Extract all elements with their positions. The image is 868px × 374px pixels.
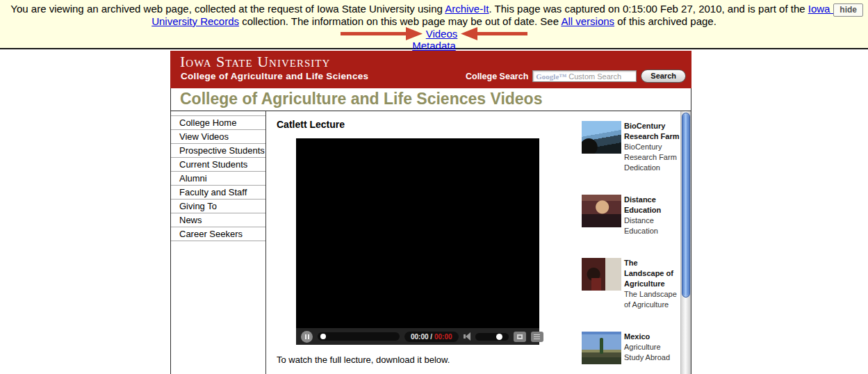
banner-text-4: of this archived page. [614,15,716,27]
video-player: 00:00 / 00:00 [296,138,539,345]
red-arrow-left-icon [461,26,527,41]
google-watermark: Google™ [536,72,566,81]
banner-text-3: collection. The information on this web … [239,15,561,27]
nav-item-career-seekers[interactable]: Career Seekers [171,227,265,241]
fullscreen-icon [517,334,523,339]
video-description: BioCentury Research Farm Dedication [624,142,680,173]
isu-wordmark[interactable]: Iowa State University [180,53,330,71]
sidebar-video-biocentury[interactable]: BioCentury Research Farm BioCentury Rese… [582,121,680,173]
page-title: College of Agriculture and Life Sciences… [171,88,691,111]
nav-item-view-videos[interactable]: View Videos [171,130,265,144]
volume-slider[interactable] [475,333,509,341]
download-note: To watch the full lecture, download it b… [277,355,541,365]
college-search: College Search Google™ Custom Search Sea… [466,70,686,83]
nav-item-current-students[interactable]: Current Students [171,158,265,172]
video-description: Distance Education [624,216,680,236]
left-nav: College Home View Videos Prospective Stu… [171,111,266,374]
fullscreen-button[interactable] [514,332,526,342]
page-body: College of Agriculture and Life Sciences… [170,88,691,374]
site-container: Iowa State University College of Agricul… [170,51,691,374]
archive-it-link[interactable]: Archive-It [445,3,489,15]
video-screen[interactable] [296,138,539,328]
video-thumbnail-biocentury[interactable] [582,121,621,154]
video-description: The Landscape of Agriculture [624,289,680,310]
pause-button[interactable] [301,331,313,343]
banner-text-1: You are viewing an archived web page, co… [10,3,445,15]
nav-item-news[interactable]: News [171,213,265,227]
time-display: 00:00 / 00:00 [404,332,459,342]
banner-text-2: . This page was captured on 0:15:00 Feb … [489,3,808,15]
video-thumbnail-mexico[interactable] [582,332,621,364]
volume-handle[interactable] [496,334,502,340]
sidebar-scrollbar[interactable] [680,111,691,374]
lecture-heading: Catlett Lecture [277,119,541,130]
video-thumbnail-landscape-agriculture[interactable] [582,258,621,291]
playlist-button[interactable] [531,332,543,342]
scrollbar-thumb[interactable] [682,113,690,298]
banner-videos-row: Videos [0,28,868,40]
search-input[interactable]: Google™ Custom Search [532,70,637,82]
hide-banner-button[interactable]: hide [833,3,863,17]
metadata-link[interactable]: Metadata [412,40,456,51]
nav-item-college-home[interactable]: College Home [171,116,265,130]
volume-icon[interactable] [464,332,470,341]
main-content: Catlett Lecture 00:00 / 00:00 [266,111,541,374]
sidebar-video-landscape-agriculture[interactable]: The Landscape of Agriculture The Landsca… [582,258,680,310]
red-arrow-right-icon [341,26,423,41]
video-thumbnail-distance-education[interactable] [582,195,621,227]
video-title[interactable]: Distance Education [624,195,680,216]
site-header: Iowa State University College of Agricul… [170,51,691,88]
nav-item-faculty-staff[interactable]: Faculty and Staff [171,186,265,200]
video-controls: 00:00 / 00:00 [296,328,539,345]
video-description: Agriculture Study Abroad [624,342,680,363]
all-versions-link[interactable]: All versions [561,15,614,27]
search-label: College Search [466,72,528,81]
college-name[interactable]: College of Agriculture and Life Sciences [181,71,368,81]
search-watermark-text: Custom Search [568,72,621,81]
sidebar-video-distance-education[interactable]: Distance Education Distance Education [582,195,680,236]
archive-banner-text: You are viewing an archived web page, co… [0,3,868,28]
content-row: College Home View Videos Prospective Stu… [171,111,691,374]
progress-bar[interactable] [318,332,400,341]
time-separator: / [429,333,434,341]
sidebar-video-mexico[interactable]: Mexico Agriculture Study Abroad [582,332,680,364]
nav-item-giving-to[interactable]: Giving To [171,200,265,213]
video-title[interactable]: Mexico [624,332,680,342]
nav-item-prospective-students[interactable]: Prospective Students [171,144,265,158]
progress-handle[interactable] [320,334,326,339]
video-title[interactable]: The Landscape of Agriculture [624,258,680,289]
nav-list: College Home View Videos Prospective Stu… [171,115,265,241]
videos-link[interactable]: Videos [426,28,458,40]
nav-item-alumni[interactable]: Alumni [171,172,265,186]
time-total: 00:00 [434,333,452,341]
search-button[interactable]: Search [641,70,686,83]
video-sidebar: BioCentury Research Farm BioCentury Rese… [541,111,680,374]
time-current: 00:00 [411,333,429,341]
playlist-icon [534,334,540,339]
archive-banner: You are viewing an archived web page, co… [0,0,868,49]
video-title[interactable]: BioCentury Research Farm [624,121,680,142]
